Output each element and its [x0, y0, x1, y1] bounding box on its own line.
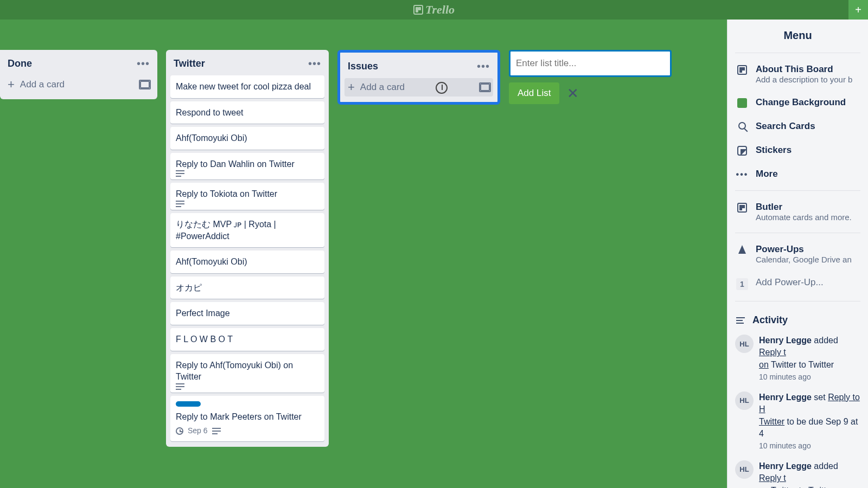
list-title-done[interactable]: Done: [8, 58, 32, 69]
card-title: Reply to Ahf(Tomoyuki Obi) on Twitter: [176, 359, 319, 383]
description-icon: [176, 386, 184, 387]
card-template-icon[interactable]: [480, 84, 490, 91]
plus-icon: +: [348, 81, 355, 93]
plus-icon: +: [855, 4, 861, 16]
app-name: Trello: [425, 3, 455, 17]
card-title: りなたむ MVP ᴊᴘ | Ryota | #PowerAddict: [176, 219, 319, 242]
card[interactable]: Ahf(Tomoyuki Obi): [170, 251, 324, 273]
card[interactable]: Perfect Image: [170, 302, 324, 325]
card-title: オカピ: [176, 282, 319, 294]
card-badges: Sep 6: [176, 426, 319, 436]
card[interactable]: りなたむ MVP ᴊᴘ | Ryota | #PowerAddict: [170, 213, 324, 247]
add-card-label: Add a card: [20, 79, 65, 90]
card-template-icon[interactable]: [140, 81, 150, 88]
list-title-issues[interactable]: Issues: [348, 61, 378, 72]
card[interactable]: Respond to tweet: [170, 101, 324, 124]
card-title: Make new tweet for cool pizza deal: [176, 81, 319, 93]
card-title: Reply to Tokiota on Twitter: [176, 188, 319, 200]
card-label-blue: [176, 401, 201, 407]
menu-title: Menu: [727, 20, 868, 48]
card[interactable]: Ahf(Tomoyuki Obi): [170, 127, 324, 150]
card-title: Reply to Dan Wahlin on Twitter: [176, 158, 319, 170]
plus-icon: +: [8, 79, 15, 91]
description-icon: [212, 431, 221, 432]
card-title: Perfect Image: [176, 307, 319, 319]
add-card-issues[interactable]: + Add a card: [344, 78, 493, 97]
add-card-label: Add a card: [360, 82, 405, 93]
card-title: Respond to tweet: [176, 107, 319, 119]
card-badges: [176, 203, 319, 204]
card-badges: [176, 386, 319, 387]
card-title: Ahf(Tomoyuki Obi): [176, 256, 319, 268]
new-list-title-input[interactable]: [509, 50, 672, 77]
card-title: F L O W B O T: [176, 333, 319, 345]
list-menu-twitter[interactable]: •••: [308, 57, 321, 70]
card[interactable]: Reply to Mark Peeters on TwitterSep 6: [170, 396, 324, 441]
list-twitter: Twitter ••• Make new tweet for cool pizz…: [166, 50, 329, 447]
due-date: Sep 6: [188, 426, 208, 436]
card-badges: [176, 173, 319, 174]
card-title: Ahf(Tomoyuki Obi): [176, 132, 319, 144]
add-list-composer: Add List ✕: [509, 50, 672, 104]
card[interactable]: Reply to Tokiota on Twitter: [170, 183, 324, 210]
clock-icon: [176, 427, 183, 435]
card-title: Reply to Mark Peeters on Twitter: [176, 411, 319, 423]
app-logo[interactable]: Trello: [413, 3, 455, 17]
list-issues: Issues ••• + Add a card: [337, 50, 500, 105]
add-list-button[interactable]: Add List: [509, 82, 559, 104]
card[interactable]: Reply to Ahf(Tomoyuki Obi) on Twitter: [170, 354, 324, 393]
list-menu-issues[interactable]: •••: [477, 60, 490, 73]
description-icon: [176, 173, 184, 174]
trello-logo-icon: [413, 5, 423, 15]
description-icon: [176, 203, 184, 204]
card[interactable]: オカピ: [170, 277, 324, 299]
list-menu-done[interactable]: •••: [137, 57, 150, 70]
close-icon[interactable]: ✕: [567, 85, 579, 102]
board-canvas: Done ••• + Add a card Twitter ••• Make n…: [0, 50, 868, 488]
list-title-twitter[interactable]: Twitter: [174, 58, 205, 69]
card[interactable]: Make new tweet for cool pizza deal: [170, 75, 324, 98]
app-header: Trello +: [0, 0, 868, 20]
add-card-done[interactable]: + Add a card: [4, 75, 153, 94]
global-add-button[interactable]: +: [848, 0, 868, 20]
card[interactable]: F L O W B O T: [170, 328, 324, 351]
card[interactable]: Reply to Dan Wahlin on Twitter: [170, 153, 324, 180]
list-done: Done ••• + Add a card: [0, 50, 157, 99]
